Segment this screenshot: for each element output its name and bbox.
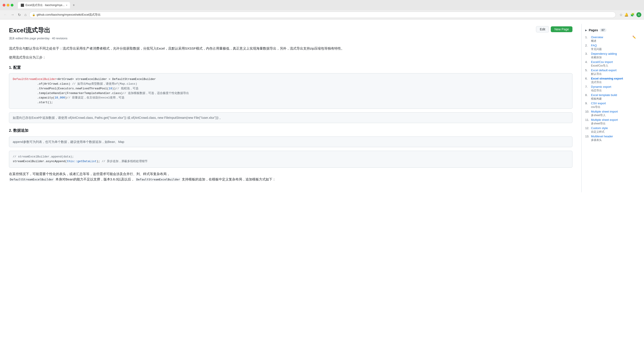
- item-number: 5.: [585, 69, 590, 72]
- list-item: 2. FAQ 常见问题: [585, 44, 636, 51]
- url-bar[interactable]: 🔒 github.com/liaochong/myexcel/wiki/Exce…: [29, 12, 616, 18]
- nav-link-en[interactable]: Multiple sheet export: [591, 118, 618, 122]
- pages-count-badge: 67: [600, 28, 606, 32]
- nav-link-cn: Excel/Csv导入: [591, 64, 613, 68]
- refresh-button[interactable]: ↻: [17, 12, 22, 17]
- list-item: 5. Excel default export 默认导出: [585, 69, 636, 76]
- nav-link-cn: csv导出: [591, 105, 606, 109]
- nav-link-en[interactable]: Dynamic export: [591, 85, 611, 88]
- nav-link-cn: 自定义样式: [591, 130, 608, 134]
- code-block-2: // streamExcelBuilder.append(data); stre…: [9, 151, 572, 168]
- traffic-light-green[interactable]: [11, 4, 14, 6]
- nav-link-en[interactable]: Custom style: [591, 126, 608, 130]
- code-block-1: DefaultStreamExcelBuilder<ArtCrowd> stre…: [9, 73, 572, 109]
- wiki-nav-list: 1. Overview 概述 ✏️ 2. FAQ 常见问题: [585, 35, 636, 142]
- list-item: 1. Overview 概述 ✏️: [585, 35, 636, 43]
- tab-bar: ⬛ Excel流式导出 · liaochong/mye... × +: [15, 2, 641, 8]
- address-right-icons: ☆ 🔔 🧩 A: [620, 12, 641, 17]
- note-block-2: append参数可为列表，也可为单个数据，建议使用单个数据追加，如Bean、Ma…: [9, 137, 572, 147]
- forward-button[interactable]: →: [10, 12, 15, 17]
- tab-title: Excel流式导出 · liaochong/mye...: [26, 3, 64, 7]
- extension-icon-1[interactable]: 🔔: [624, 13, 628, 17]
- list-item: 10. Multiple sheet import 多sheet导入: [585, 110, 636, 117]
- url-text: github.com/liaochong/myexcel/wiki/Excel流…: [37, 13, 101, 17]
- extension-icon-2[interactable]: 🧩: [630, 13, 634, 17]
- home-button[interactable]: ⌂: [24, 12, 28, 17]
- bookmark-icon[interactable]: ☆: [620, 13, 622, 17]
- item-number: 13.: [585, 135, 590, 138]
- item-number: 7.: [585, 85, 590, 88]
- note-text-2: append参数可为列表，也可为单个数据，建议使用单个数据追加，如Bean、Ma…: [13, 140, 124, 144]
- nav-link-en[interactable]: Excel streaming export: [591, 77, 623, 80]
- list-item: 7. Dynamic export 动态导出: [585, 85, 636, 92]
- nav-link-cn: 默认导出: [591, 72, 616, 76]
- item-number: 4.: [585, 60, 590, 64]
- meta-text: 清沐 edited this page yesterday · 40 revis…: [9, 37, 68, 40]
- pages-label: Pages: [589, 28, 598, 32]
- back-button[interactable]: ←: [3, 12, 8, 17]
- profile-icon[interactable]: A: [636, 12, 641, 17]
- nav-link-cn: 动态导出: [591, 89, 611, 92]
- item-number: 10.: [585, 110, 590, 113]
- nav-link-cn: 概述: [591, 39, 603, 43]
- list-item: 9. CSV export csv导出: [585, 102, 636, 109]
- nav-link-en[interactable]: Excel/Csv import: [591, 60, 613, 64]
- sidebar: ▶ Pages 67 1. Overview 概述 ✏️: [582, 24, 640, 192]
- intro-paragraph-2: 使用流式导出分为三步：: [9, 55, 572, 60]
- nav-link-en[interactable]: Overview: [591, 35, 603, 39]
- intro-paragraph-1: 流式导出与默认导出不同之处在于：流式导出采用生产者消费者模式，允许分批获取数据，…: [9, 46, 572, 51]
- item-number: 2.: [585, 44, 590, 47]
- step1-heading: 1. 配置: [9, 65, 572, 71]
- pages-chevron-icon: ▶: [585, 29, 587, 31]
- lock-icon: 🔒: [32, 13, 35, 16]
- page-title: Excel流式导出: [9, 26, 50, 35]
- code-span-red: DefaultStreamExcelBuilder: [13, 77, 56, 81]
- nav-link-cn: 多sheet导入: [591, 113, 618, 117]
- list-item: 4. Excel/Csv import Excel/Csv导入: [585, 60, 636, 68]
- list-item: 12. Custom style 自定义样式: [585, 126, 636, 134]
- nav-link-en[interactable]: Multilevel header: [591, 135, 613, 138]
- nav-link-cn: 常见问题: [591, 47, 602, 51]
- list-item: 6. Excel streaming export 流式导出: [585, 77, 636, 84]
- main-content: Excel流式导出 Edit New Page 清沐 edited this p…: [0, 19, 582, 192]
- nav-link-en[interactable]: FAQ: [591, 44, 602, 47]
- nav-link-cn: 模板构建: [591, 97, 617, 101]
- item-number: 6.: [585, 77, 590, 80]
- list-item: 8. Excel template build 模板构建: [585, 93, 636, 101]
- inline-code-1: DefaultStreamExcelBuilder: [9, 177, 54, 181]
- traffic-light-red[interactable]: [3, 4, 5, 6]
- nav-link-cn: 流式导出: [591, 80, 623, 84]
- step2-heading: 2. 数据追加: [9, 128, 572, 134]
- nav-link-cn: 依赖添加: [591, 56, 617, 59]
- header-actions: Edit New Page: [536, 26, 572, 32]
- traffic-light-yellow[interactable]: [7, 4, 10, 6]
- nav-link-en[interactable]: Excel template build: [591, 93, 617, 97]
- active-tab[interactable]: ⬛ Excel流式导出 · liaochong/mye... ×: [18, 2, 70, 8]
- title-bar: ⬛ Excel流式导出 · liaochong/mye... × +: [0, 0, 644, 10]
- nav-link-en[interactable]: Dependency adding: [591, 52, 617, 55]
- new-page-button[interactable]: New Page: [551, 26, 572, 32]
- intro-paragraph-3: 在某些情况下，可能需要个性化的表头，或者汇总等等，这些需求可能会涉及合并行、列、…: [9, 171, 572, 182]
- item-number: 1.: [585, 35, 590, 39]
- edit-pencil-icon[interactable]: ✏️: [632, 35, 636, 39]
- address-bar: ← → ↻ ⌂ 🔒 github.com/liaochong/myexcel/w…: [0, 10, 644, 19]
- tab-close-button[interactable]: ×: [66, 4, 67, 6]
- nav-link-en[interactable]: CSV export: [591, 102, 606, 105]
- edit-button[interactable]: Edit: [536, 26, 549, 32]
- nav-link-en[interactable]: Multiple sheet import: [591, 110, 618, 113]
- nav-link-cn: 多级表头: [591, 138, 613, 142]
- item-number: 11.: [585, 118, 590, 122]
- page-header: Excel流式导出 Edit New Page: [9, 26, 572, 35]
- github-icon: ⬛: [20, 3, 24, 7]
- traffic-lights: [3, 4, 14, 6]
- new-tab-button[interactable]: +: [71, 2, 76, 8]
- note-block-1: 如需向已存在Excel中追加数据，请使用 of(ArtCrowd.class, …: [9, 112, 572, 123]
- item-number: 9.: [585, 102, 590, 105]
- list-item: 13. Multilevel header 多级表头: [585, 135, 636, 142]
- nav-link-en[interactable]: Excel default export: [591, 69, 616, 72]
- pages-header[interactable]: ▶ Pages 67: [585, 28, 636, 32]
- list-item: 3. Dependency adding 依赖添加: [585, 52, 636, 59]
- list-item: 11. Multiple sheet export 多sheet导出: [585, 118, 636, 126]
- nav-link-cn: 多sheet导出: [591, 122, 618, 126]
- wiki-body: 流式导出与默认导出不同之处在于：流式导出采用生产者消费者模式，允许分批获取数据，…: [9, 46, 572, 182]
